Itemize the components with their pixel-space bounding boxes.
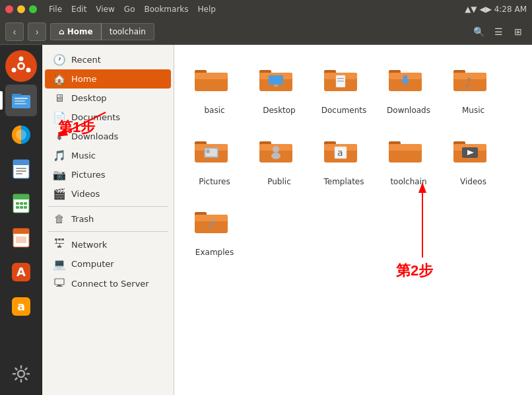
svg-rect-62 [403, 75, 407, 81]
file-item-toolchain[interactable]: toolchain [379, 127, 438, 193]
back-button[interactable]: ‹ [5, 22, 24, 41]
svg-rect-40 [57, 246, 61, 248]
svg-point-72 [206, 149, 210, 153]
sidebar-label-desktop: Desktop [71, 93, 107, 103]
dock-files[interactable] [5, 85, 37, 116]
music-icon: 🎵 [53, 149, 66, 162]
dock-impress[interactable] [5, 222, 37, 254]
menu-help[interactable]: Help [194, 3, 220, 15]
dock-ubuntu[interactable] [5, 50, 37, 82]
file-item-examples[interactable]: ↗Examples [185, 198, 244, 264]
sidebar-item-network[interactable]: Network [45, 234, 171, 254]
window-controls [5, 5, 37, 13]
sidebar-divider1 [48, 206, 168, 207]
sidebar-item-computer[interactable]: 💻 Computer [45, 254, 171, 273]
sidebar-item-trash[interactable]: 🗑 Trash [45, 209, 171, 229]
svg-text:a: a [17, 299, 24, 313]
minimize-button[interactable] [17, 5, 25, 13]
sidebar-item-videos[interactable]: 🎬 Videos [45, 184, 171, 203]
videos-icon: 🎬 [53, 188, 66, 200]
file-item-documents[interactable]: Documents [314, 55, 374, 122]
network-icon [53, 238, 66, 251]
menu-go[interactable]: Go [120, 3, 139, 15]
svg-rect-24 [20, 206, 23, 209]
sidebar-item-documents[interactable]: 📄 Documents [45, 108, 171, 127]
dock-firefox[interactable] [5, 119, 37, 151]
sidebar-item-recent[interactable]: 🕐 Recent [45, 50, 171, 69]
svg-point-2 [18, 57, 23, 61]
sidebar-item-downloads[interactable]: ⬇ Downloads [45, 127, 171, 146]
sidebar-item-music[interactable]: 🎵 Music [45, 146, 171, 165]
file-item-downloads[interactable]: Downloads [379, 55, 438, 122]
writer-icon [9, 157, 33, 181]
file-item-public[interactable]: Public [249, 127, 309, 193]
menu-items: File Edit View Go Bookmarks Help [45, 3, 220, 15]
sidebar-label-documents: Documents [71, 112, 120, 122]
search-button[interactable]: 🔍 [470, 23, 487, 40]
file-item-videos[interactable]: Videos [444, 127, 503, 193]
menu-edit[interactable]: Edit [67, 3, 90, 15]
svg-point-5 [19, 64, 23, 68]
file-item-desktop[interactable]: Desktop [249, 55, 309, 122]
svg-rect-8 [15, 98, 28, 99]
grid-view-button[interactable]: ⊞ [510, 23, 527, 40]
svg-rect-10 [15, 103, 26, 104]
forward-button[interactable]: › [28, 22, 46, 41]
calc-icon [9, 192, 33, 215]
svg-point-76 [273, 146, 279, 153]
close-button[interactable] [5, 5, 13, 13]
sidebar-item-pictures[interactable]: 📷 Pictures [45, 165, 171, 184]
svg-rect-35 [58, 238, 61, 240]
dock-calc[interactable] [5, 188, 37, 219]
dock-appcenter[interactable]: A [5, 256, 37, 288]
file-name-public: Public [267, 177, 291, 188]
menu-view[interactable]: View [92, 3, 118, 15]
file-name-examples: Examples [195, 248, 234, 258]
svg-rect-57 [337, 81, 344, 82]
toolbar: ‹ › ⌂ Home toolchain 🔍 ☰ ⊞ [0, 18, 532, 45]
file-item-pictures[interactable]: Pictures [185, 127, 244, 193]
folder-icon-music: ♪ [452, 61, 494, 103]
documents-icon: 📄 [53, 111, 66, 124]
breadcrumb-toolchain[interactable]: toolchain [101, 23, 154, 40]
breadcrumb-home[interactable]: ⌂ Home [50, 23, 102, 40]
svg-point-12 [16, 129, 26, 140]
computer-icon: 💻 [53, 258, 66, 270]
svg-rect-7 [12, 94, 21, 96]
sidebar-item-desktop[interactable]: 🖥 Desktop [45, 89, 171, 108]
svg-rect-56 [337, 78, 344, 79]
list-icon: ☰ [494, 26, 503, 37]
sidebar: 🕐 Recent 🏠 Home 🖥 Desktop 📄 Documents ⬇ … [42, 45, 174, 395]
impress-icon [9, 226, 33, 250]
sidebar-divider2 [48, 231, 168, 232]
sidebar-item-home[interactable]: 🏠 Home [45, 69, 171, 89]
svg-rect-39 [59, 243, 60, 246]
svg-rect-34 [55, 238, 57, 240]
settings-icon [9, 362, 33, 386]
folder-icon-videos [452, 132, 494, 174]
folder-icon-toolchain [387, 132, 430, 174]
connect-icon [53, 277, 66, 290]
dock-writer[interactable] [5, 153, 37, 185]
file-item-music[interactable]: ♪Music [444, 55, 503, 122]
svg-rect-23 [16, 206, 19, 209]
ubuntu-icon [11, 55, 32, 77]
list-view-button[interactable]: ☰ [490, 23, 507, 40]
main-area: A a 🕐 Recent 🏠 Home [0, 45, 532, 395]
folder-icon-downloads [387, 61, 430, 103]
sidebar-item-connect[interactable]: Connect to Server [45, 273, 171, 293]
svg-rect-9 [15, 100, 25, 102]
sidebar-label-network: Network [71, 240, 107, 250]
folder-icon-documents [323, 61, 365, 103]
dock-amazon[interactable]: a [5, 291, 37, 322]
menu-bookmarks[interactable]: Bookmarks [140, 3, 192, 15]
folder-icon-templates: a [323, 132, 365, 174]
svg-rect-51 [274, 85, 278, 87]
dock-settings[interactable] [5, 358, 37, 390]
files-icon [9, 89, 33, 112]
file-item-templates[interactable]: aTemplates [314, 127, 374, 193]
maximize-button[interactable] [29, 5, 37, 13]
file-item-basic[interactable]: basic [185, 55, 244, 122]
menu-file[interactable]: File [45, 3, 66, 15]
sidebar-label-music: Music [71, 151, 96, 161]
